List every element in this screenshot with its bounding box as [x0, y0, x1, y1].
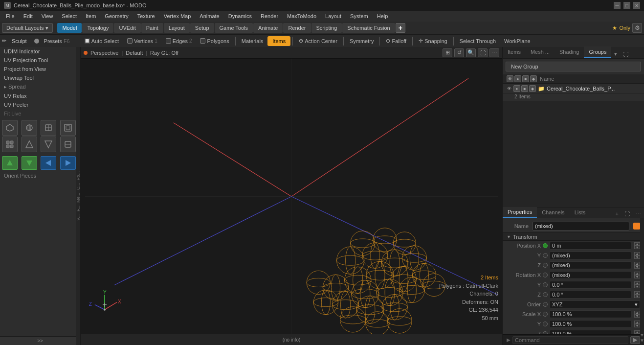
prop-scale-x-value[interactable]: 100.0 % — [550, 310, 631, 318]
symmetry-button[interactable]: Symmetry — [346, 36, 378, 46]
prop-position-z-value[interactable]: (mixed) — [550, 261, 631, 269]
tab-groups[interactable]: Groups — [584, 46, 611, 58]
menu-help[interactable]: Help — [373, 12, 392, 20]
prop-arrow-up-rz[interactable]: ▲ — [634, 291, 640, 295]
tab-items[interactable]: Items — [503, 46, 526, 58]
presets-button[interactable]: Presets F6 — [40, 36, 74, 46]
prop-arrow-down-pz[interactable]: ▼ — [634, 265, 640, 269]
prop-arrow-up-sx[interactable]: ▲ — [634, 311, 640, 314]
arrow-right-btn[interactable] — [60, 156, 76, 170]
prop-scale-z-value[interactable]: 100.0 % — [550, 330, 631, 334]
menu-layout[interactable]: Layout — [321, 12, 345, 20]
menu-vertexmap[interactable]: Vertex Map — [160, 12, 195, 20]
tool-uv-relax[interactable]: UV Relax — [0, 92, 80, 100]
prop-arrow-down-rz[interactable]: ▼ — [634, 295, 640, 298]
menu-texture[interactable]: Texture — [133, 12, 159, 20]
arrow-up-btn[interactable] — [2, 156, 18, 170]
menu-geometry[interactable]: Geometry — [101, 12, 132, 20]
tool-btn-2[interactable] — [22, 120, 37, 136]
menu-system[interactable]: System — [346, 12, 372, 20]
prop-arrow-up-pz[interactable]: ▲ — [634, 262, 640, 265]
items-button[interactable]: Items — [267, 36, 290, 46]
tab-mesh[interactable]: Mesh ... — [526, 46, 555, 58]
tab-render[interactable]: Render — [283, 23, 311, 33]
vertices-button[interactable]: Vertices 1 — [123, 36, 161, 46]
prop-arrow-up-px[interactable]: ▲ — [634, 242, 640, 246]
prop-arrow-up-ry[interactable]: ▲ — [634, 281, 640, 285]
add-tab-button[interactable]: + — [396, 23, 405, 33]
prop-arrow-down-rx[interactable]: ▼ — [634, 275, 640, 278]
tab-game-tools[interactable]: Game Tools — [215, 23, 253, 33]
item-eye-icon[interactable]: 👁 — [506, 85, 512, 92]
prop-rotation-z-value[interactable]: 0.0 ° — [550, 291, 631, 299]
header-icon-1[interactable]: ● — [514, 75, 521, 82]
prop-section-transform[interactable]: ▼ Transform — [503, 232, 644, 241]
prop-arrow-down-py[interactable]: ▼ — [634, 255, 640, 259]
more-button[interactable]: >> — [0, 336, 80, 345]
menu-view[interactable]: View — [38, 12, 57, 20]
arrow-down-btn[interactable] — [22, 156, 37, 170]
prop-arrow-down-ry[interactable]: ▼ — [634, 285, 640, 288]
menu-maxtomodo[interactable]: MaxToModo — [283, 12, 320, 20]
tool-unwrap[interactable]: Unwrap Tool — [0, 73, 80, 82]
prop-arrow-up-sy[interactable]: ▲ — [634, 321, 640, 324]
maximize-button[interactable]: □ — [623, 2, 630, 9]
prop-scale-y-value[interactable]: 100.0 % — [550, 320, 631, 328]
menu-animate[interactable]: Animate — [196, 12, 223, 20]
viewport-canvas[interactable]: X Y Z 2 Items Polygons : Catmull-Clark C… — [81, 59, 502, 334]
tool-btn-4[interactable] — [60, 120, 76, 136]
prop-rotation-x-value[interactable]: (mixed) — [550, 271, 631, 279]
item-icon-1[interactable]: ● — [513, 85, 520, 92]
viewport-tool-more[interactable]: ⋯ — [489, 48, 499, 57]
tab-model[interactable]: Model — [57, 23, 82, 33]
prop-arrow-down-sy[interactable]: ▼ — [634, 324, 640, 327]
tab-scripting[interactable]: Scripting — [311, 23, 342, 33]
edges-button[interactable]: Edges 2 — [162, 36, 196, 46]
header-icon-eye[interactable]: 👁 — [507, 75, 513, 82]
tab-arrow-down[interactable]: ▾ — [611, 50, 620, 58]
tool-uv-peeler[interactable]: UV Peeler — [0, 100, 80, 109]
settings-button[interactable]: ⚙ — [632, 23, 642, 33]
prop-order-dropdown[interactable]: XYZ ▾ — [550, 300, 640, 308]
prop-arrow-down-px[interactable]: ▼ — [634, 246, 640, 249]
tool-btn-8[interactable] — [60, 137, 76, 152]
prop-arrow-up-py[interactable]: ▲ — [634, 252, 640, 255]
tool-btn-5[interactable] — [2, 137, 18, 152]
command-input[interactable] — [512, 336, 628, 344]
tab-uvedit[interactable]: UVEdit — [114, 23, 140, 33]
action-center-button[interactable]: ⊕ Action Center — [295, 36, 341, 46]
materials-button[interactable]: Materials — [238, 36, 267, 46]
props-more-btn[interactable]: ⋯ — [633, 209, 644, 218]
tool-fit-live[interactable]: Fit Live — [0, 109, 80, 118]
snapping-button[interactable]: ✛ Snapping — [415, 36, 451, 46]
item-icon-3[interactable]: ◆ — [529, 85, 536, 92]
menu-dynamics[interactable]: Dynamics — [224, 12, 256, 20]
props-tab-channels[interactable]: Channels — [537, 207, 569, 218]
menu-select[interactable]: Select — [58, 12, 81, 20]
close-button[interactable]: ✕ — [633, 2, 640, 9]
tool-btn-6[interactable] — [22, 137, 37, 152]
group-item-row[interactable]: 👁 ● ■ ◆ 📁 Cereal_Chocolate_Balls_P... — [503, 84, 644, 94]
tool-btn-7[interactable] — [41, 137, 56, 152]
prop-position-y-value[interactable]: (mixed) — [550, 252, 631, 259]
prop-rotation-y-value[interactable]: 0.0 ° — [550, 281, 631, 289]
prop-name-input[interactable] — [533, 222, 629, 230]
menu-render[interactable]: Render — [257, 12, 282, 20]
item-icon-2[interactable]: ■ — [521, 85, 528, 92]
tool-project-from-view[interactable]: Project from View — [0, 65, 80, 73]
tab-setup[interactable]: Setup — [190, 23, 214, 33]
props-resize-btn[interactable]: ⛶ — [622, 210, 633, 218]
minimize-button[interactable]: ─ — [614, 2, 621, 9]
command-run-button[interactable]: ▶ — [630, 336, 640, 344]
tool-btn-3[interactable] — [41, 120, 56, 136]
arrow-left-btn[interactable] — [41, 156, 56, 170]
viewport-tool-refresh[interactable]: ↺ — [454, 48, 464, 57]
tab-shading[interactable]: Shading — [555, 46, 584, 58]
menu-item[interactable]: Item — [82, 12, 100, 20]
prop-arrow-down-sx[interactable]: ▼ — [634, 314, 640, 318]
tab-animate[interactable]: Animate — [253, 23, 283, 33]
menu-file[interactable]: File — [2, 12, 19, 20]
tool-spread[interactable]: ▸ Spread — [0, 82, 80, 92]
props-tab-properties[interactable]: Properties — [503, 207, 537, 218]
polygons-button[interactable]: Polygons — [196, 36, 233, 46]
